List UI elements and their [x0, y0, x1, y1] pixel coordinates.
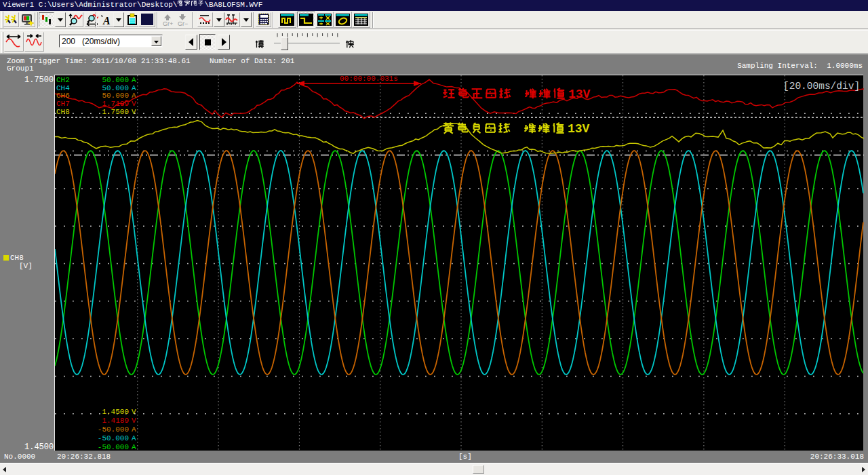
svg-text:[20.00ms/div]: [20.00ms/div]	[783, 81, 860, 92]
svg-text:13V: 13V	[568, 122, 590, 136]
svg-text:13V: 13V	[568, 88, 591, 101]
svg-text:00:00:00.031s: 00:00:00.031s	[340, 75, 398, 83]
svg-text:A: A	[102, 15, 111, 26]
svg-text:Gr+: Gr+	[163, 20, 173, 26]
svg-text:Gr−: Gr−	[178, 20, 188, 26]
